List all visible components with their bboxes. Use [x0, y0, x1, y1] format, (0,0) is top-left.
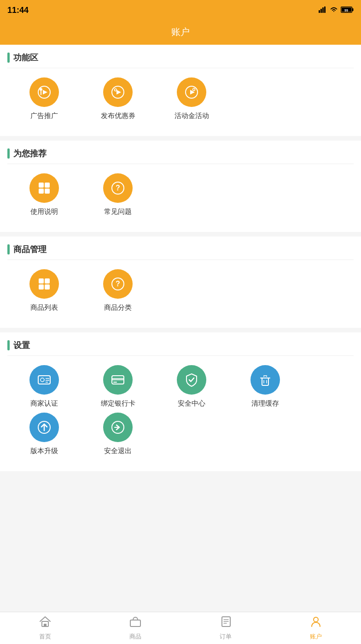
version-upgrade-icon-circle — [29, 413, 59, 442]
ad-promote-item[interactable]: 广告推广 — [7, 77, 81, 120]
activity-money-item[interactable]: 活动金活动 — [155, 77, 228, 120]
product-mgmt-section: 商品管理 商品列表 ? 商品分类 — [0, 236, 361, 328]
svg-rect-23 — [39, 278, 44, 284]
section-bar-feature — [7, 53, 10, 63]
home-icon — [39, 615, 52, 631]
svg-rect-45 — [44, 624, 47, 626]
svg-rect-1 — [320, 9, 322, 13]
status-time: 11:44 — [7, 6, 29, 15]
activity-money-label: 活动金活动 — [175, 112, 209, 120]
nav-product[interactable]: 商品 — [129, 615, 142, 641]
product-list-label: 商品列表 — [30, 303, 58, 312]
svg-rect-17 — [39, 183, 44, 188]
merchant-auth-item[interactable]: 商家认证 — [7, 365, 81, 408]
settings-grid: 商家认证 绑定银行卡 安全中心 — [0, 356, 361, 471]
recommend-grid: 使用说明 ? 常见问题 — [0, 164, 361, 232]
nav-home[interactable]: 首页 — [39, 615, 52, 641]
usage-guide-icon-circle — [29, 173, 59, 203]
status-bar: 11:44 99 — [0, 0, 361, 20]
faq-label: 常见问题 — [104, 207, 132, 216]
security-center-item[interactable]: 安全中心 — [155, 365, 228, 408]
version-upgrade-label: 版本升级 — [30, 447, 58, 455]
faq-icon-circle: ? — [103, 173, 133, 203]
product-list-icon-circle — [29, 269, 59, 299]
nav-account-label: 账户 — [310, 632, 322, 641]
clear-cache-item[interactable]: 清理缓存 — [228, 365, 302, 408]
svg-point-16 — [193, 89, 195, 91]
feature-section-header: 功能区 — [0, 45, 361, 68]
page-header: 账户 — [0, 20, 361, 45]
svg-text:99: 99 — [344, 9, 348, 12]
product-category-label: 商品分类 — [104, 303, 132, 312]
publish-coupon-item[interactable]: 发布优惠券 — [81, 77, 155, 120]
svg-text:?: ? — [116, 280, 120, 288]
svg-point-51 — [314, 617, 318, 622]
bind-bank-item[interactable]: 绑定银行卡 — [81, 365, 155, 408]
settings-section-title: 设置 — [13, 340, 30, 351]
nav-home-label: 首页 — [39, 632, 51, 641]
svg-marker-12 — [116, 90, 121, 95]
status-icons: 99 — [319, 6, 354, 14]
merchant-auth-icon-circle — [29, 365, 59, 395]
nav-order[interactable]: 订单 — [219, 615, 232, 641]
section-bar-settings — [7, 340, 10, 350]
clear-cache-icon-circle — [250, 365, 280, 395]
ad-promote-label: 广告推广 — [30, 112, 58, 120]
svg-rect-19 — [39, 189, 44, 194]
svg-rect-24 — [45, 278, 50, 284]
svg-rect-37 — [262, 378, 268, 385]
activity-money-icon-circle — [177, 77, 206, 107]
svg-point-10 — [40, 88, 42, 91]
settings-section-header: 设置 — [0, 332, 361, 355]
safe-exit-item[interactable]: 安全退出 — [81, 413, 155, 455]
nav-account[interactable]: 账户 — [309, 615, 322, 641]
publish-coupon-label: 发布优惠券 — [101, 112, 135, 120]
svg-point-13 — [115, 89, 117, 91]
usage-guide-item[interactable]: 使用说明 — [7, 173, 81, 216]
product-category-item[interactable]: ? 商品分类 — [81, 269, 155, 312]
product-category-icon-circle: ? — [103, 269, 133, 299]
version-upgrade-item[interactable]: 版本升级 — [7, 413, 81, 455]
svg-point-30 — [41, 378, 44, 382]
nav-product-label: 商品 — [129, 632, 141, 641]
svg-rect-3 — [324, 6, 326, 13]
product-mgmt-section-header: 商品管理 — [0, 236, 361, 260]
security-center-icon-circle — [177, 365, 206, 395]
feature-section-title: 功能区 — [13, 52, 38, 63]
svg-rect-6 — [352, 8, 354, 11]
svg-rect-25 — [39, 284, 44, 290]
publish-coupon-icon-circle — [103, 77, 133, 107]
wifi-icon — [330, 6, 338, 14]
product-mgmt-grid: 商品列表 ? 商品分类 — [0, 260, 361, 328]
clear-cache-label: 清理缓存 — [251, 399, 279, 408]
shop-icon — [129, 615, 142, 631]
section-bar-product — [7, 244, 10, 254]
product-list-item[interactable]: 商品列表 — [7, 269, 81, 312]
svg-marker-9 — [43, 90, 47, 95]
recommend-section-title: 为您推荐 — [13, 148, 47, 159]
security-center-label: 安全中心 — [178, 399, 205, 408]
battery-icon: 99 — [341, 6, 354, 14]
svg-text:?: ? — [116, 184, 120, 192]
settings-section: 设置 商家认证 — [0, 332, 361, 471]
feature-section: 功能区 广告推广 发布优惠 — [0, 45, 361, 136]
svg-rect-26 — [45, 284, 50, 290]
account-icon — [309, 615, 322, 631]
svg-rect-0 — [319, 10, 320, 13]
bind-bank-icon-circle — [103, 365, 133, 395]
usage-guide-label: 使用说明 — [30, 207, 58, 216]
safe-exit-icon-circle — [103, 413, 133, 442]
svg-rect-18 — [45, 183, 50, 188]
svg-rect-36 — [113, 382, 117, 383]
order-icon — [219, 615, 232, 631]
svg-rect-35 — [112, 378, 124, 380]
feature-grid: 广告推广 发布优惠券 活动金活动 — [0, 68, 361, 136]
bottom-nav: 首页 商品 订单 账户 — [0, 612, 361, 644]
faq-item[interactable]: ? 常见问题 — [81, 173, 155, 216]
page-title: 账户 — [171, 27, 190, 37]
safe-exit-label: 安全退出 — [104, 447, 132, 455]
signal-icon — [319, 6, 327, 14]
product-mgmt-section-title: 商品管理 — [13, 244, 47, 255]
recommend-section-header: 为您推荐 — [0, 141, 361, 164]
svg-rect-2 — [322, 7, 324, 13]
